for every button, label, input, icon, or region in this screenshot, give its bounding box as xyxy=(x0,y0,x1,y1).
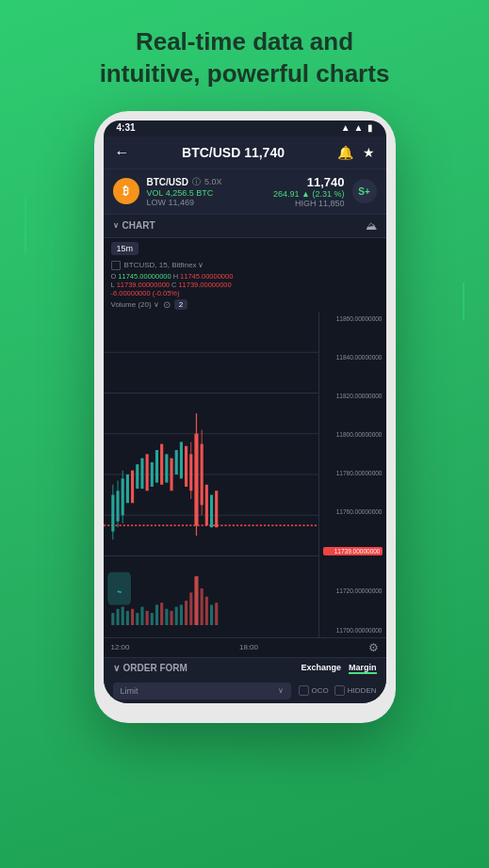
chart-section-title: ∨ CHART xyxy=(113,220,155,231)
accent-line-left xyxy=(24,198,26,254)
price-label-4: 11800.00000000 xyxy=(323,431,383,438)
svg-rect-44 xyxy=(155,604,157,625)
star-icon[interactable]: ★ xyxy=(363,145,375,160)
back-button[interactable]: ← xyxy=(115,144,130,161)
order-limit-label: Limit xyxy=(121,686,139,696)
svg-rect-19 xyxy=(155,450,157,483)
chart-svg-container: ~ 11860.00000000 11840.00000000 11820.00… xyxy=(104,312,386,637)
ticker-info-icon: ⓘ xyxy=(192,176,201,188)
svg-rect-35 xyxy=(111,613,114,625)
order-section-header: ∨ ORDER FORM Exchange Margin xyxy=(104,657,386,679)
change-pct: (2.31 %) xyxy=(312,189,344,199)
hero-section: Real-time data andintuitive, powerful ch… xyxy=(62,0,428,107)
signal-icon: ▲ xyxy=(354,122,364,133)
price-label-6: 11760.00000000 xyxy=(323,508,383,515)
svg-rect-46 xyxy=(165,608,168,624)
battery-icon: ▮ xyxy=(367,122,373,133)
order-dropdown-icon: ∨ xyxy=(278,686,284,695)
oco-label: OCO xyxy=(312,686,329,695)
vol-value: 4,256.5 xyxy=(166,188,194,198)
candlestick-chart: ~ xyxy=(104,312,318,637)
change-value: 264.91 xyxy=(273,189,300,199)
svg-rect-17 xyxy=(145,454,148,490)
svg-rect-36 xyxy=(116,608,119,624)
btc-icon: ₿ xyxy=(113,178,139,204)
phone-screen: ← BTC/USD 11,740 🔔 ★ ₿ BTC/USD ⓘ 5.0X xyxy=(104,137,386,703)
chart-canvas: ~ xyxy=(104,312,318,637)
chart-symbol-row: BTCUSD, 15, Bitfinex ∨ xyxy=(104,259,386,272)
svg-rect-15 xyxy=(136,464,139,489)
volume-dropdown[interactable]: ∨ xyxy=(154,300,159,309)
close-label: C xyxy=(171,281,176,289)
chart-ohlc-row: O 11745.00000000 H 11745.00000000 xyxy=(104,272,386,281)
ticker-right: 11,740 264.91 ▲ (2.31 %) HIGH 11,850 xyxy=(273,175,345,208)
svg-rect-54 xyxy=(204,596,207,624)
chart-box-icon xyxy=(111,261,121,270)
timeframe-15m-button[interactable]: 15m xyxy=(111,242,139,255)
svg-rect-47 xyxy=(170,610,172,624)
order-type-input[interactable]: Limit ∨ xyxy=(113,683,291,699)
svg-rect-37 xyxy=(121,606,123,624)
order-form-row: Limit ∨ OCO HIDDEN xyxy=(104,679,386,703)
svg-rect-25 xyxy=(185,445,187,486)
hidden-label: HIDDEN xyxy=(348,686,377,695)
svg-rect-22 xyxy=(170,458,172,490)
tab-exchange[interactable]: Exchange xyxy=(301,663,341,674)
close-value: 11739.00000000 xyxy=(178,281,231,289)
svg-rect-45 xyxy=(160,603,163,625)
vol-unit: BTC xyxy=(196,188,213,198)
price-label-2: 11840.00000000 xyxy=(323,354,383,361)
chart-settings-icon[interactable]: ⚙ xyxy=(368,641,379,654)
high-label: HIGH xyxy=(295,199,317,208)
volume-value: 2 xyxy=(174,299,187,310)
chart-symbol-dropdown[interactable]: ∨ xyxy=(198,261,204,269)
ticker-symbol: BTC/USD xyxy=(147,177,188,187)
ticker-high: HIGH 11,850 xyxy=(273,199,345,208)
low-ohlc-label: L xyxy=(111,281,115,289)
order-title-text: ORDER FORM xyxy=(123,663,187,673)
top-nav: ← BTC/USD 11,740 🔔 ★ xyxy=(104,137,386,169)
oco-checkbox[interactable] xyxy=(299,685,309,696)
svg-rect-23 xyxy=(174,450,177,474)
s-plus-icon[interactable]: S+ xyxy=(352,179,377,203)
svg-rect-53 xyxy=(200,588,203,625)
hidden-option[interactable]: HIDDEN xyxy=(334,685,377,696)
low-ohlc-value: 11739.00000000 xyxy=(117,281,170,289)
chart-ohlc-row2: L 11739.00000000 C 11739.00000000 xyxy=(104,281,386,289)
low-label: LOW xyxy=(147,198,167,207)
order-chevron: ∨ xyxy=(113,663,120,673)
price-label-current: 11739.00000000 xyxy=(323,547,383,555)
high-value: 11745.00000000 xyxy=(180,272,233,281)
price-axis: 11860.00000000 11840.00000000 11820.0000… xyxy=(318,312,386,637)
chart-time-row: 12:00 18:00 ⚙ xyxy=(104,637,386,657)
volume-row: Volume (20) ∨ ⊙ 2 xyxy=(104,297,386,312)
svg-rect-43 xyxy=(150,613,153,625)
order-tabs: Exchange Margin xyxy=(301,663,376,674)
wifi-icon: ▲ xyxy=(341,122,350,133)
volume-label: Volume (20) ∨ xyxy=(111,300,159,309)
svg-rect-40 xyxy=(136,613,139,625)
change-arrow: ▲ xyxy=(302,189,310,199)
ticker-low-row: LOW 11,469 xyxy=(147,198,267,207)
hidden-checkbox[interactable] xyxy=(334,685,345,696)
order-options: OCO HIDDEN xyxy=(299,685,377,696)
chart-section-header[interactable]: ∨ CHART ⛰ xyxy=(104,214,386,238)
price-label-1: 11860.00000000 xyxy=(323,315,383,322)
nav-icon-group: 🔔 ★ xyxy=(337,145,375,160)
high-label: H xyxy=(173,272,178,281)
chart-wave-icon: ⛰ xyxy=(366,219,377,233)
camera-icon[interactable]: ⊙ xyxy=(163,299,171,310)
timeframe-row: 15m xyxy=(104,238,386,259)
volume-label-text: Volume (20) xyxy=(111,300,152,309)
oco-option[interactable]: OCO xyxy=(299,685,329,696)
ticker-name-row: BTC/USD ⓘ 5.0X xyxy=(147,176,267,188)
bell-icon[interactable]: 🔔 xyxy=(337,145,353,160)
high-value: 11,850 xyxy=(318,199,345,208)
tab-margin[interactable]: Margin xyxy=(349,663,377,674)
time-label-2: 18:00 xyxy=(239,643,258,651)
svg-rect-14 xyxy=(131,470,134,503)
ticker-change: 264.91 ▲ (2.31 %) xyxy=(273,189,345,199)
price-label-8: 11700.00000000 xyxy=(323,627,383,634)
svg-rect-38 xyxy=(125,610,128,624)
price-label-5: 11780.00000000 xyxy=(323,470,383,476)
